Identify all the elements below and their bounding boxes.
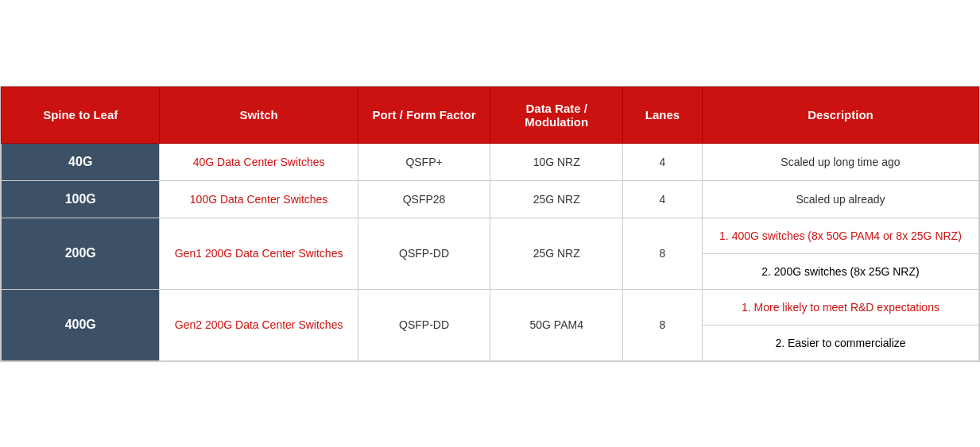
lanes-400g: 8 [623, 289, 703, 360]
header-data: Data Rate / Modulation [490, 87, 623, 143]
header-row: Spine to Leaf Switch Port / Form Factor … [2, 87, 979, 143]
header-lanes: Lanes [623, 87, 703, 143]
port-40g: QSFP+ [358, 143, 490, 180]
switch-400g: Gen2 200G Data Center Switches [160, 289, 358, 360]
desc-400g-2: 2. Easier to commercialize [703, 326, 978, 360]
switch-100g: 100G Data Center Switches [160, 180, 358, 218]
table-row: 40G 40G Data Center Switches QSFP+ 10G N… [2, 143, 979, 180]
desc-100g: Scaled up already [702, 180, 978, 218]
header-switch: Switch [160, 87, 358, 143]
main-table-wrapper: Spine to Leaf Switch Port / Form Factor … [0, 86, 980, 362]
spine-400g: 400G [2, 289, 160, 360]
table-row: 200G Gen1 200G Data Center Switches QSFP… [2, 218, 979, 289]
switch-40g: 40G Data Center Switches [160, 143, 358, 180]
spine-200g: 200G [2, 218, 160, 289]
data-100g: 25G NRZ [490, 180, 623, 218]
lanes-100g: 4 [623, 180, 703, 218]
port-200g: QSFP-DD [358, 218, 490, 289]
lanes-40g: 4 [623, 143, 703, 180]
desc-400g-inner: 1. More likely to meet R&D expectations … [703, 290, 978, 360]
desc-200g-1: 1. 400G switches (8x 50G PAM4 or 8x 25G … [703, 218, 978, 254]
data-200g: 25G NRZ [490, 218, 623, 289]
desc-200g-container: 1. 400G switches (8x 50G PAM4 or 8x 25G … [702, 218, 978, 289]
data-400g: 50G PAM4 [490, 289, 623, 360]
lanes-200g: 8 [623, 218, 703, 289]
desc-200g-inner: 1. 400G switches (8x 50G PAM4 or 8x 25G … [703, 218, 978, 289]
switch-200g: Gen1 200G Data Center Switches [160, 218, 358, 289]
header-spine: Spine to Leaf [2, 87, 160, 143]
desc-40g: Scaled up long time ago [702, 143, 978, 180]
spine-100g: 100G [2, 180, 160, 218]
comparison-table: Spine to Leaf Switch Port / Form Factor … [1, 87, 979, 361]
header-desc: Description [702, 87, 978, 143]
header-port: Port / Form Factor [358, 87, 490, 143]
table-row: 400G Gen2 200G Data Center Switches QSFP… [2, 289, 979, 360]
table-row: 100G 100G Data Center Switches QSFP28 25… [2, 180, 979, 218]
data-40g: 10G NRZ [490, 143, 623, 180]
desc-400g-container: 1. More likely to meet R&D expectations … [702, 289, 978, 360]
desc-400g-1: 1. More likely to meet R&D expectations [703, 290, 978, 326]
desc-200g-2: 2. 200G switches (8x 25G NRZ) [703, 254, 978, 289]
port-100g: QSFP28 [358, 180, 490, 218]
port-400g: QSFP-DD [358, 289, 490, 360]
spine-40g: 40G [2, 143, 160, 180]
